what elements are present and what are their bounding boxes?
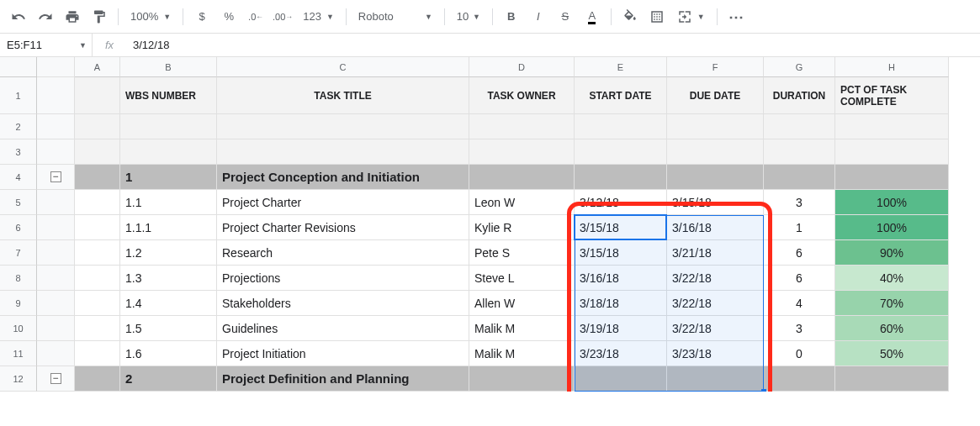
- more-button[interactable]: ⋯: [724, 5, 748, 29]
- cell-start-header[interactable]: START DATE: [575, 77, 667, 114]
- cell-title[interactable]: Projections: [217, 266, 469, 291]
- cell[interactable]: [75, 165, 120, 190]
- cell[interactable]: [75, 240, 120, 266]
- cell[interactable]: [469, 165, 575, 190]
- cell[interactable]: [75, 114, 120, 139]
- cell[interactable]: [217, 139, 469, 165]
- cell-pct[interactable]: 100%: [835, 190, 949, 215]
- row-header[interactable]: 6: [0, 215, 37, 240]
- cell[interactable]: [469, 366, 575, 392]
- cell-title[interactable]: Research: [217, 240, 469, 266]
- decrease-decimal-button[interactable]: .0←: [244, 5, 268, 29]
- cell[interactable]: [75, 139, 120, 165]
- cell-dur[interactable]: 6: [764, 240, 835, 266]
- font-dropdown[interactable]: Roboto▼: [353, 5, 437, 29]
- row-header[interactable]: 10: [0, 316, 37, 341]
- cell-due[interactable]: 3/22/18: [667, 266, 764, 291]
- cell-due[interactable]: 3/22/18: [667, 291, 764, 316]
- cell[interactable]: [120, 139, 217, 165]
- cell[interactable]: [75, 215, 120, 240]
- cell-wbs[interactable]: 1.1.1: [120, 215, 217, 240]
- cell-wbs[interactable]: 1.2: [120, 240, 217, 266]
- cell-duration-header[interactable]: DURATION: [764, 77, 835, 114]
- cell-dur[interactable]: 3: [764, 316, 835, 341]
- cell-title[interactable]: Project Charter: [217, 190, 469, 215]
- cell-wbs[interactable]: 1.1: [120, 190, 217, 215]
- cell-owner[interactable]: Pete S: [469, 240, 575, 266]
- cell[interactable]: [764, 114, 835, 139]
- group-toggle[interactable]: −: [37, 165, 75, 190]
- strikethrough-button[interactable]: S: [554, 5, 577, 29]
- cell[interactable]: [575, 114, 667, 139]
- row-header[interactable]: 1: [0, 77, 37, 114]
- cell[interactable]: [75, 316, 120, 341]
- cell-start[interactable]: 3/18/18: [575, 291, 667, 316]
- cell[interactable]: [469, 139, 575, 165]
- cell-due[interactable]: 3/16/18: [667, 215, 764, 240]
- cell[interactable]: [764, 366, 835, 392]
- section-title[interactable]: Project Conception and Initiation: [217, 165, 469, 190]
- cell[interactable]: [75, 366, 120, 392]
- cell[interactable]: [835, 366, 949, 392]
- cell[interactable]: [667, 165, 764, 190]
- cell-dur[interactable]: 0: [764, 341, 835, 366]
- col-header-C[interactable]: C: [217, 57, 469, 77]
- cell-pct[interactable]: 60%: [835, 316, 949, 341]
- cell-owner[interactable]: Allen W: [469, 291, 575, 316]
- cell-owner[interactable]: Malik M: [469, 316, 575, 341]
- col-header-E[interactable]: E: [575, 57, 667, 77]
- cell[interactable]: [835, 114, 949, 139]
- cell-due[interactable]: 3/22/18: [667, 316, 764, 341]
- row-header[interactable]: 11: [0, 341, 37, 366]
- section-num[interactable]: 2: [120, 366, 217, 392]
- row-header[interactable]: 12: [0, 366, 37, 392]
- cell-dur[interactable]: 3: [764, 190, 835, 215]
- increase-decimal-button[interactable]: .00→: [271, 5, 294, 29]
- cell-due[interactable]: 3/23/18: [667, 341, 764, 366]
- cell[interactable]: [835, 165, 949, 190]
- cell-pct[interactable]: 90%: [835, 240, 949, 266]
- cell[interactable]: [469, 114, 575, 139]
- cell-pct[interactable]: 50%: [835, 341, 949, 366]
- borders-button[interactable]: [645, 5, 669, 29]
- cell-start[interactable]: 3/16/18: [575, 266, 667, 291]
- currency-button[interactable]: $: [190, 5, 214, 29]
- cell[interactable]: [75, 291, 120, 316]
- cell-pct-header[interactable]: PCT OF TASK COMPLETE: [835, 77, 949, 114]
- row-header[interactable]: 7: [0, 240, 37, 266]
- formula-input[interactable]: 3/12/18: [126, 34, 980, 57]
- cell-wbs[interactable]: 1.6: [120, 341, 217, 366]
- cell[interactable]: [75, 341, 120, 366]
- paint-format-button[interactable]: [87, 5, 111, 29]
- col-header-G[interactable]: G: [764, 57, 835, 77]
- cell-owner[interactable]: Steve L: [469, 266, 575, 291]
- cell-wbs[interactable]: 1.3: [120, 266, 217, 291]
- cell-dur[interactable]: 1: [764, 215, 835, 240]
- cell[interactable]: [75, 190, 120, 215]
- row-header[interactable]: 4: [0, 165, 37, 190]
- col-header-F[interactable]: F: [667, 57, 764, 77]
- cell-wbs[interactable]: 1.4: [120, 291, 217, 316]
- print-button[interactable]: [61, 5, 84, 29]
- cell-title[interactable]: Project Initiation: [217, 341, 469, 366]
- cell-owner-header[interactable]: TASK OWNER: [469, 77, 575, 114]
- col-header-B[interactable]: B: [120, 57, 217, 77]
- col-header-A[interactable]: A: [75, 57, 120, 77]
- row-header[interactable]: 2: [0, 114, 37, 139]
- redo-button[interactable]: [34, 5, 57, 29]
- merge-cells-button[interactable]: ▼: [672, 5, 710, 29]
- selection-handle[interactable]: [761, 389, 766, 392]
- cell-owner[interactable]: Leon W: [469, 190, 575, 215]
- section-title[interactable]: Project Definition and Planning: [217, 366, 469, 392]
- group-toggle[interactable]: −: [37, 366, 75, 392]
- undo-button[interactable]: [7, 5, 30, 29]
- text-color-button[interactable]: A: [580, 5, 604, 29]
- cell-pct[interactable]: 40%: [835, 266, 949, 291]
- cell[interactable]: [217, 114, 469, 139]
- row-header[interactable]: 9: [0, 291, 37, 316]
- cell-start[interactable]: 3/19/18: [575, 316, 667, 341]
- cell[interactable]: [575, 139, 667, 165]
- cell-due[interactable]: 3/21/18: [667, 240, 764, 266]
- name-box[interactable]: E5:F11 ▼: [0, 34, 93, 57]
- cell-wbs-header[interactable]: WBS NUMBER: [120, 77, 217, 114]
